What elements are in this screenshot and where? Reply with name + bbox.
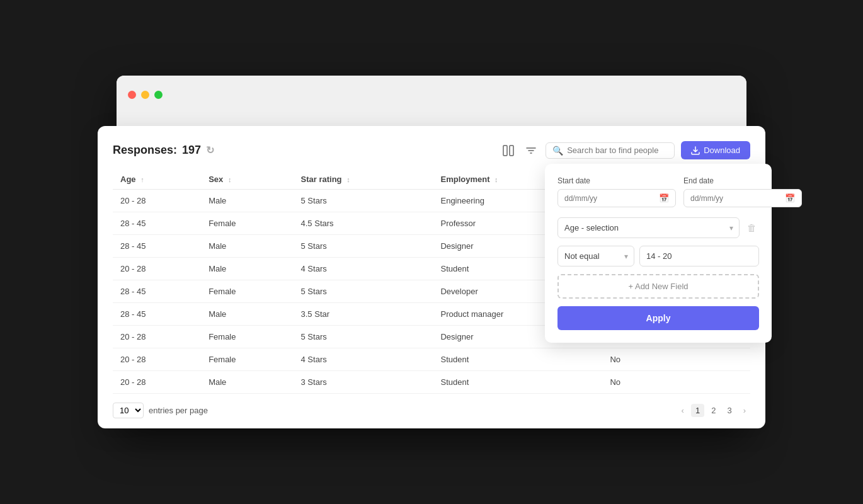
cell-sex: Female [201, 280, 293, 303]
delete-filter-icon[interactable]: 🗑 [745, 220, 759, 236]
apply-label: Apply [646, 313, 671, 323]
cell-age: 28 - 45 [113, 235, 201, 258]
search-icon: 🔍 [552, 146, 563, 156]
col-star-rating[interactable]: Star rating ↕ [294, 169, 433, 190]
close-button[interactable] [128, 91, 136, 99]
svg-rect-0 [503, 146, 507, 156]
condition-select-wrapper: Not equalEqualGreater thanLess than [557, 246, 634, 266]
panel-header: Responses: 197 ↻ [113, 141, 750, 159]
next-page-button[interactable]: › [739, 404, 750, 417]
filter-button[interactable] [523, 142, 539, 159]
cell-age: 28 - 45 [113, 212, 201, 235]
svg-rect-1 [510, 146, 513, 156]
refresh-icon[interactable]: ↻ [206, 144, 214, 156]
entries-select: 10 25 50 entries per page [113, 403, 208, 418]
download-label: Download [704, 146, 740, 155]
entries-label: entries per page [149, 406, 208, 415]
end-date-calendar-icon[interactable]: 📅 [785, 193, 795, 203]
columns-toggle-button[interactable] [500, 142, 517, 159]
end-date-label: End date [683, 176, 802, 185]
date-range-row: Start date 📅 End date 📅 [557, 176, 759, 207]
cell-age: 20 - 28 [113, 326, 201, 348]
filter-condition-row: Not equalEqualGreater thanLess than [557, 246, 759, 266]
minimize-button[interactable] [141, 91, 149, 99]
cell-star_rating: 5 Stars [294, 235, 433, 258]
cell-age: 20 - 28 [113, 348, 201, 371]
pagination-bar: 10 25 50 entries per page ‹ 1 2 3 › [113, 403, 750, 418]
cell-sex: Male [201, 258, 293, 280]
add-new-field-button[interactable]: + Add New Field [557, 274, 759, 299]
entries-per-page-select[interactable]: 10 25 50 [113, 403, 144, 418]
condition-value-input[interactable] [639, 246, 759, 266]
filter-field-select[interactable]: Age - selectionSexStar ratingEmploymentL… [557, 217, 740, 238]
filter-popup: Start date 📅 End date 📅 [545, 164, 772, 343]
cell-star_rating: 4 Stars [294, 258, 433, 280]
page-2-button[interactable]: 2 [707, 404, 720, 417]
col-age[interactable]: Age ↑ [113, 169, 201, 190]
condition-select[interactable]: Not equalEqualGreater thanLess than [557, 246, 634, 266]
responses-title: Responses: 197 ↻ [113, 144, 214, 157]
cell-employment: Student [433, 371, 602, 394]
search-input[interactable] [567, 146, 668, 155]
cell-lives_alone: No [602, 348, 750, 371]
end-date-input[interactable] [690, 194, 785, 203]
apply-button[interactable]: Apply [557, 306, 759, 330]
main-panel: Responses: 197 ↻ [98, 126, 765, 428]
cell-age: 20 - 28 [113, 258, 201, 280]
cell-age: 20 - 28 [113, 371, 201, 394]
responses-label: Responses: [113, 144, 177, 157]
page-1-button[interactable]: 1 [691, 404, 704, 417]
table-row: 20 - 28Male3 StarsStudentNo [113, 371, 750, 394]
start-date-input[interactable] [564, 194, 659, 203]
start-date-calendar-icon[interactable]: 📅 [659, 193, 669, 203]
cell-star_rating: 3 Stars [294, 371, 433, 394]
page-3-button[interactable]: 3 [723, 404, 736, 417]
cell-star_rating: 5 Stars [294, 280, 433, 303]
end-date-input-wrap: 📅 [683, 189, 802, 207]
cell-employment: Student [433, 348, 602, 371]
cell-star_rating: 5 Stars [294, 190, 433, 212]
cell-star_rating: 3.5 Star [294, 303, 433, 326]
header-actions: 🔍 Download [500, 141, 750, 159]
cell-lives_alone: No [602, 371, 750, 394]
add-new-field-label: + Add New Field [628, 282, 688, 291]
cell-sex: Female [201, 348, 293, 371]
start-date-input-wrap: 📅 [557, 189, 676, 207]
filter-field-row: Age - selectionSexStar ratingEmploymentL… [557, 217, 759, 238]
download-button[interactable]: Download [681, 141, 750, 159]
cell-age: 28 - 45 [113, 303, 201, 326]
search-box: 🔍 [546, 142, 675, 159]
cell-star_rating: 4 Stars [294, 348, 433, 371]
col-sex[interactable]: Sex ↕ [201, 169, 293, 190]
field-select-wrapper: Age - selectionSexStar ratingEmploymentL… [557, 217, 740, 238]
start-date-label: Start date [557, 176, 676, 185]
cell-star_rating: 4.5 Stars [294, 212, 433, 235]
app-window: Responses: 197 ↻ [117, 76, 746, 428]
cell-sex: Male [201, 235, 293, 258]
responses-count: 197 [182, 144, 201, 157]
cell-age: 28 - 45 [113, 280, 201, 303]
title-bar [117, 76, 746, 113]
table-row: 20 - 28Female4 StarsStudentNo [113, 348, 750, 371]
maximize-button[interactable] [154, 91, 163, 99]
cell-star_rating: 5 Stars [294, 326, 433, 348]
end-date-field: End date 📅 [683, 176, 802, 207]
start-date-field: Start date 📅 [557, 176, 676, 207]
cell-sex: Female [201, 212, 293, 235]
cell-sex: Female [201, 326, 293, 348]
page-numbers: ‹ 1 2 3 › [677, 404, 750, 417]
cell-sex: Male [201, 190, 293, 212]
prev-page-button[interactable]: ‹ [677, 404, 689, 417]
cell-age: 20 - 28 [113, 190, 201, 212]
cell-sex: Male [201, 371, 293, 394]
cell-sex: Male [201, 303, 293, 326]
